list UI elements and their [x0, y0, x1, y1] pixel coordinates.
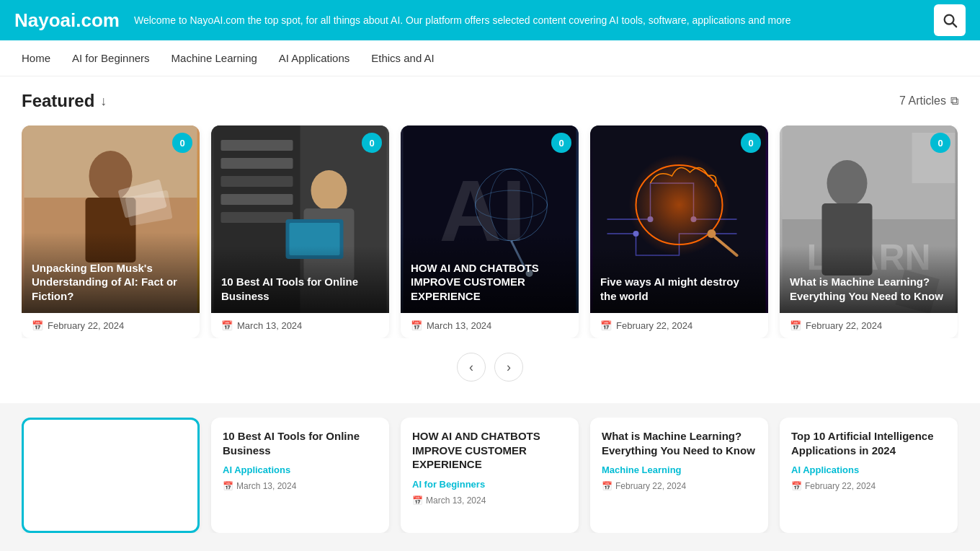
card-2-badge: 0 — [362, 133, 382, 153]
card-3-badge: 0 — [551, 133, 571, 153]
nav-item-home[interactable]: Home — [22, 52, 50, 64]
calendar-icon-5: 📅 — [790, 320, 801, 331]
copy-icon: ⧉ — [950, 94, 958, 107]
card-3-image: AI 0 HOW AI AND CHATBOTS IMPROVE CUSTOME… — [401, 125, 579, 313]
featured-section: Featured ↓ 7 Articles ⧉ 0 — [0, 76, 980, 403]
card-5-title: What is Machine Learning? Everything You… — [790, 275, 948, 303]
calendar-icon-bc3: 📅 — [602, 481, 612, 491]
bc-4-title: Top 10 Artificial Intelligence Applicati… — [791, 429, 946, 457]
carousel-controls: ‹ › — [22, 353, 958, 382]
header-marquee: Welcome to NayoAI.com the top spot, for … — [134, 14, 791, 26]
card-1-overlay: Unpacking Elon Musk's Understanding of A… — [22, 232, 200, 314]
search-button[interactable] — [934, 4, 966, 36]
card-5-badge: 0 — [930, 133, 950, 153]
bottom-card-1[interactable]: 10 Best AI Tools for Online Business AI … — [211, 418, 389, 533]
card-1-title: Unpacking Elon Musk's Understanding of A… — [32, 261, 190, 304]
card-4-overlay: Five ways AI might destroy the world — [590, 246, 768, 313]
calendar-icon-2: 📅 — [221, 320, 233, 331]
card-5-overlay: What is Machine Learning? Everything You… — [780, 246, 958, 313]
card-3-date: March 13, 2024 — [427, 320, 491, 331]
calendar-icon: 📅 — [32, 320, 43, 331]
card-2-date: March 13, 2024 — [237, 320, 302, 331]
card-4-date: February 22, 2024 — [616, 320, 692, 331]
featured-header: Featured ↓ 7 Articles ⧉ — [22, 91, 958, 111]
search-icon — [942, 12, 958, 28]
featured-title-arrow-icon: ↓ — [100, 94, 107, 109]
svg-point-31 — [629, 154, 730, 255]
svg-point-15 — [311, 170, 347, 211]
prev-button[interactable]: ‹ — [457, 353, 486, 382]
card-2-footer: 📅 March 13, 2024 — [211, 313, 389, 338]
card-5-footer: 📅 February 22, 2024 — [780, 313, 958, 338]
card-1-image: 0 Unpacking Elon Musk's Understanding of… — [22, 125, 200, 313]
featured-cards-container: 0 Unpacking Elon Musk's Understanding of… — [22, 125, 958, 338]
next-button[interactable]: › — [494, 353, 523, 382]
card-4-title: Five ways AI might destroy the world — [600, 275, 758, 303]
featured-card-5[interactable]: LEARN 0 What is Machine Learning? Everyt… — [780, 125, 958, 338]
svg-rect-14 — [221, 212, 293, 223]
card-3-footer: 📅 March 13, 2024 — [401, 313, 579, 338]
bc-2-date: 📅 March 13, 2024 — [412, 495, 567, 506]
bc-1-category: AI Applications — [223, 464, 378, 475]
bottom-card-2[interactable]: HOW AI AND CHATBOTS IMPROVE CUSTOMER EXP… — [401, 418, 579, 533]
card-2-overlay: 10 Best AI Tools for Online Business — [211, 246, 389, 313]
card-1-date: February 22, 2024 — [48, 320, 124, 331]
featured-title: Featured ↓ — [22, 91, 107, 111]
bc-2-title: HOW AI AND CHATBOTS IMPROVE CUSTOMER EXP… — [412, 429, 567, 472]
bottom-card-highlight[interactable] — [22, 418, 200, 533]
svg-rect-13 — [221, 194, 293, 205]
featured-count[interactable]: 7 Articles ⧉ — [899, 94, 958, 107]
featured-card-1[interactable]: 0 Unpacking Elon Musk's Understanding of… — [22, 125, 200, 338]
card-5-date: February 22, 2024 — [806, 320, 882, 331]
site-header: Nayoai.com Welcome to NayoAI.com the top… — [0, 0, 980, 40]
bc-3-title: What is Machine Learning? Everything You… — [602, 429, 757, 457]
svg-line-1 — [953, 23, 956, 27]
svg-rect-10 — [221, 140, 293, 151]
nav-item-ethics-ai[interactable]: Ethics and AI — [371, 52, 435, 64]
card-2-image: 0 10 Best AI Tools for Online Business — [211, 125, 389, 313]
featured-card-3[interactable]: AI 0 HOW AI AND CHATBOTS IMPROVE CUSTOME… — [401, 125, 579, 338]
bc-3-category: Machine Learning — [602, 464, 757, 475]
bc-1-title: 10 Best AI Tools for Online Business — [223, 429, 378, 457]
card-1-footer: 📅 February 22, 2024 — [22, 313, 200, 338]
svg-rect-11 — [221, 158, 293, 169]
card-4-badge: 0 — [741, 133, 761, 153]
nav-item-ai-beginners[interactable]: AI for Beginners — [72, 52, 150, 64]
nav-item-ai-applications[interactable]: AI Applications — [279, 52, 349, 64]
bc-4-category: AI Applications — [791, 464, 946, 475]
bc-3-date: 📅 February 22, 2024 — [602, 481, 757, 491]
calendar-icon-3: 📅 — [411, 320, 422, 331]
card-3-title: HOW AI AND CHATBOTS IMPROVE CUSTOMER EXP… — [411, 261, 569, 304]
bc-4-date: 📅 February 22, 2024 — [791, 481, 946, 491]
card-5-image: LEARN 0 What is Machine Learning? Everyt… — [780, 125, 958, 313]
svg-rect-12 — [221, 176, 293, 187]
header-marquee-wrapper: Welcome to NayoAI.com the top spot, for … — [134, 14, 934, 27]
svg-point-37 — [827, 160, 868, 206]
featured-title-text: Featured — [22, 91, 94, 111]
site-logo[interactable]: Nayoai.com — [14, 9, 120, 32]
bottom-section: 10 Best AI Tools for Online Business AI … — [0, 403, 980, 547]
svg-point-33 — [708, 229, 716, 238]
calendar-icon-bc2: 📅 — [412, 495, 423, 506]
bc-2-category: AI for Beginners — [412, 479, 567, 490]
bc-1-date: 📅 March 13, 2024 — [223, 481, 378, 491]
calendar-icon-4: 📅 — [600, 320, 612, 331]
card-4-footer: 📅 February 22, 2024 — [590, 313, 768, 338]
featured-card-4[interactable]: 0 Five ways AI might destroy the world 📅… — [590, 125, 768, 338]
card-3-overlay: HOW AI AND CHATBOTS IMPROVE CUSTOMER EXP… — [401, 232, 579, 314]
calendar-icon-bc4: 📅 — [791, 481, 802, 491]
main-nav: Home AI for Beginners Machine Learning A… — [0, 40, 980, 76]
card-4-image: 0 Five ways AI might destroy the world — [590, 125, 768, 313]
calendar-icon-bc1: 📅 — [223, 481, 233, 491]
card-1-badge: 0 — [172, 133, 192, 153]
bottom-card-3[interactable]: What is Machine Learning? Everything You… — [590, 418, 768, 533]
featured-card-2[interactable]: 0 10 Best AI Tools for Online Business 📅… — [211, 125, 389, 338]
card-2-title: 10 Best AI Tools for Online Business — [221, 275, 379, 303]
nav-item-machine-learning[interactable]: Machine Learning — [172, 52, 257, 64]
featured-count-text: 7 Articles — [899, 94, 946, 107]
bottom-cards-container: 10 Best AI Tools for Online Business AI … — [22, 418, 958, 533]
bottom-card-4[interactable]: Top 10 Artificial Intelligence Applicati… — [780, 418, 958, 533]
